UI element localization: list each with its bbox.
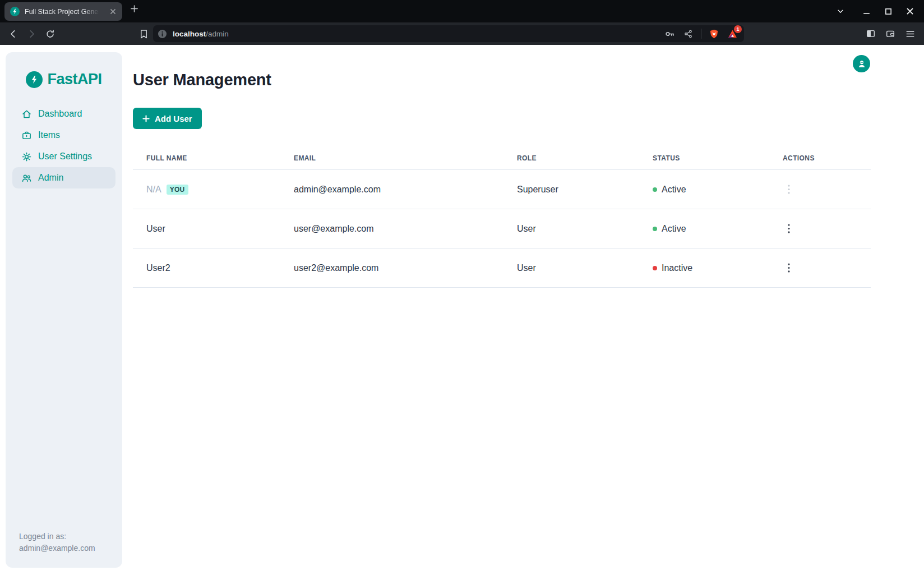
sidebar-item-user-settings[interactable]: User Settings xyxy=(6,146,122,167)
maximize-icon[interactable] xyxy=(882,5,894,17)
reload-icon[interactable] xyxy=(43,26,57,41)
column-header-full-name: Full Name xyxy=(133,145,280,169)
brave-shield-icon[interactable] xyxy=(708,27,720,40)
cell-role: User xyxy=(503,209,639,248)
logged-in-info: Logged in as: admin@example.com xyxy=(19,531,95,554)
table-row: User2 user2@example.com User Inactive xyxy=(133,249,871,288)
cell-full-name: User2 xyxy=(133,249,280,287)
sidebar-item-label: Admin xyxy=(38,173,63,183)
user-menu-button[interactable] xyxy=(853,55,870,72)
sidebar-item-admin[interactable]: Admin xyxy=(12,167,116,188)
cell-status: Active xyxy=(639,170,769,209)
cell-role: Superuser xyxy=(503,170,639,209)
cell-actions xyxy=(769,170,871,209)
sidebar-item-dashboard[interactable]: Dashboard xyxy=(6,103,122,125)
share-icon[interactable] xyxy=(682,27,694,40)
row-actions-menu-icon xyxy=(783,182,795,197)
cell-full-name: N/A YOU xyxy=(133,170,280,209)
status-value: Inactive xyxy=(662,263,692,273)
fastapi-bolt-icon xyxy=(26,71,43,88)
tab-title: Full Stack Project Genera xyxy=(25,8,103,16)
tab-search-icon[interactable] xyxy=(834,5,847,17)
status-dot-active xyxy=(653,187,657,192)
row-actions-menu-icon[interactable] xyxy=(783,261,795,275)
minimize-icon[interactable] xyxy=(860,5,872,17)
users-icon xyxy=(21,173,32,183)
window-close-icon[interactable] xyxy=(904,5,916,17)
add-user-button[interactable]: Add User xyxy=(133,108,202,129)
cell-status: Inactive xyxy=(639,249,769,287)
table-header-row: Full Name Email Role Status Actions xyxy=(133,145,871,170)
status-dot-inactive xyxy=(653,266,657,270)
plus-icon xyxy=(142,115,150,122)
url-bar[interactable]: localhost/admin 1 xyxy=(153,25,744,42)
browser-tab-strip: Full Stack Project Genera xyxy=(0,0,924,22)
url-host: localhost xyxy=(173,30,206,38)
cell-full-name: User xyxy=(133,209,280,248)
column-header-status: Status xyxy=(639,145,769,169)
row-actions-menu-icon[interactable] xyxy=(783,222,795,236)
page-title: User Management xyxy=(133,71,871,89)
rewards-badge: 1 xyxy=(734,25,742,33)
url-path: /admin xyxy=(206,30,229,38)
add-user-label: Add User xyxy=(155,114,192,123)
sidebar: FastAPI Dashboard Items User Settings xyxy=(6,52,122,568)
app-page: FastAPI Dashboard Items User Settings xyxy=(0,45,924,575)
cell-status: Active xyxy=(639,209,769,248)
bookmark-icon[interactable] xyxy=(136,26,151,41)
logged-in-label: Logged in as: xyxy=(19,531,95,542)
status-value: Active xyxy=(662,224,686,234)
forward-icon xyxy=(24,26,39,41)
user-avatar-icon xyxy=(857,59,867,69)
window-controls xyxy=(834,0,916,22)
browser-tab[interactable]: Full Stack Project Genera xyxy=(4,2,122,21)
column-header-actions: Actions xyxy=(769,145,871,169)
status-dot-active xyxy=(653,227,657,231)
sidebar-item-label: User Settings xyxy=(38,151,92,162)
toolbar-divider xyxy=(701,29,701,39)
logo-text: FastAPI xyxy=(47,71,101,88)
sidebar-item-items[interactable]: Items xyxy=(6,125,122,146)
full-name-value: N/A xyxy=(146,185,161,195)
fastapi-favicon-icon xyxy=(10,7,20,16)
wallet-icon[interactable] xyxy=(883,26,898,41)
logged-in-email: admin@example.com xyxy=(19,542,95,554)
sidebar-panel-icon[interactable] xyxy=(863,26,878,41)
site-info-icon[interactable] xyxy=(158,29,167,39)
new-tab-icon[interactable] xyxy=(130,4,138,13)
menu-icon[interactable] xyxy=(903,26,917,41)
cell-email: user2@example.com xyxy=(280,249,503,287)
sidebar-item-label: Items xyxy=(38,130,60,140)
column-header-email: Email xyxy=(280,145,503,169)
column-header-role: Role xyxy=(503,145,639,169)
cell-actions xyxy=(769,209,871,248)
main-content: User Management Add User Full Name Email… xyxy=(133,45,871,288)
home-icon xyxy=(21,109,32,119)
briefcase-icon xyxy=(21,130,32,141)
cell-actions xyxy=(769,249,871,287)
brave-rewards-icon[interactable]: 1 xyxy=(726,27,738,40)
cell-email: admin@example.com xyxy=(280,170,503,209)
sidebar-nav: Dashboard Items User Settings Admin xyxy=(6,103,122,188)
key-icon[interactable] xyxy=(663,27,676,40)
user-table: Full Name Email Role Status Actions N/A … xyxy=(133,145,871,288)
url-text: localhost/admin xyxy=(173,30,229,38)
table-row: N/A YOU admin@example.com Superuser Acti… xyxy=(133,170,871,209)
cell-role: User xyxy=(503,249,639,287)
cell-email: user@example.com xyxy=(280,209,503,248)
sidebar-item-label: Dashboard xyxy=(38,109,82,119)
browser-toolbar: localhost/admin 1 xyxy=(0,22,924,45)
fastapi-logo: FastAPI xyxy=(6,71,122,88)
toolbar-right-icons xyxy=(858,22,917,45)
you-badge: YOU xyxy=(167,185,188,195)
gear-icon xyxy=(21,151,32,162)
tab-close-icon[interactable] xyxy=(108,7,118,17)
table-row: User user@example.com User Active xyxy=(133,209,871,249)
status-value: Active xyxy=(662,185,686,195)
back-icon[interactable] xyxy=(6,26,20,41)
